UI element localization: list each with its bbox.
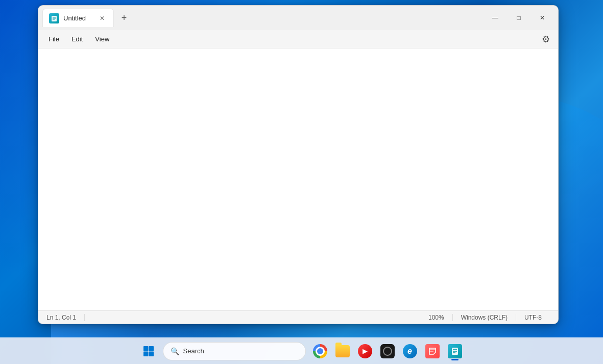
file-explorer-taskbar-icon[interactable]	[332, 341, 353, 361]
file-menu[interactable]: File	[42, 33, 65, 45]
line-ending: Windows (CRLF)	[453, 314, 516, 321]
search-icon: 🔍	[171, 347, 179, 355]
svg-rect-5	[149, 346, 154, 351]
text-editor[interactable]	[42, 53, 554, 306]
menu-bar: File Edit View ⚙	[38, 30, 558, 48]
status-bar: Ln 1, Col 1 100% Windows (CRLF) UTF-8	[38, 310, 558, 324]
snip-icon	[425, 344, 440, 358]
tab-notepad-icon	[49, 13, 59, 23]
new-tab-button[interactable]: +	[116, 10, 132, 26]
taskbar: 🔍 Search ▶ e	[0, 337, 603, 364]
black-app-taskbar-icon[interactable]	[377, 341, 398, 361]
notepad-icon	[448, 344, 462, 358]
minimize-button[interactable]: —	[484, 10, 507, 26]
edge-icon: e	[403, 344, 417, 358]
notepad-taskbar-icon[interactable]	[445, 341, 465, 361]
taskbar-center: 🔍 Search ▶ e	[138, 341, 465, 361]
folder-icon	[335, 345, 350, 357]
red-app-taskbar-icon[interactable]: ▶	[355, 341, 375, 361]
active-tab[interactable]: Untitled ✕	[42, 9, 114, 27]
svg-rect-7	[149, 351, 154, 356]
window-controls: — □ ✕	[484, 10, 554, 26]
editor-area[interactable]	[38, 48, 558, 310]
tab-area: Untitled ✕ +	[42, 6, 484, 30]
red-app-icon: ▶	[358, 344, 372, 358]
snip-taskbar-icon[interactable]	[422, 341, 443, 361]
zoom-level: 100%	[420, 314, 453, 321]
svg-rect-6	[143, 351, 149, 356]
search-label: Search	[183, 347, 204, 355]
tab-title: Untitled	[63, 14, 86, 22]
edit-menu[interactable]: Edit	[65, 33, 89, 45]
chrome-taskbar-icon[interactable]	[310, 341, 330, 361]
cursor-position: Ln 1, Col 1	[46, 314, 85, 321]
notepad-window: Untitled ✕ + — □ ✕ File Edit View ⚙ Ln 1…	[38, 5, 559, 324]
title-bar: Untitled ✕ + — □ ✕	[38, 6, 558, 30]
encoding: UTF-8	[516, 314, 550, 321]
settings-button[interactable]: ⚙	[538, 31, 554, 47]
chrome-icon	[313, 344, 327, 358]
black-app-icon	[380, 344, 395, 358]
windows-logo-icon	[142, 345, 155, 357]
tab-close-button[interactable]: ✕	[97, 13, 107, 23]
maximize-button[interactable]: □	[507, 10, 530, 26]
taskbar-search[interactable]: 🔍 Search	[163, 342, 306, 360]
view-menu[interactable]: View	[89, 33, 115, 45]
edge-taskbar-icon[interactable]: e	[400, 341, 420, 361]
svg-rect-4	[143, 346, 149, 351]
close-button[interactable]: ✕	[530, 10, 554, 26]
start-button[interactable]	[138, 341, 159, 361]
